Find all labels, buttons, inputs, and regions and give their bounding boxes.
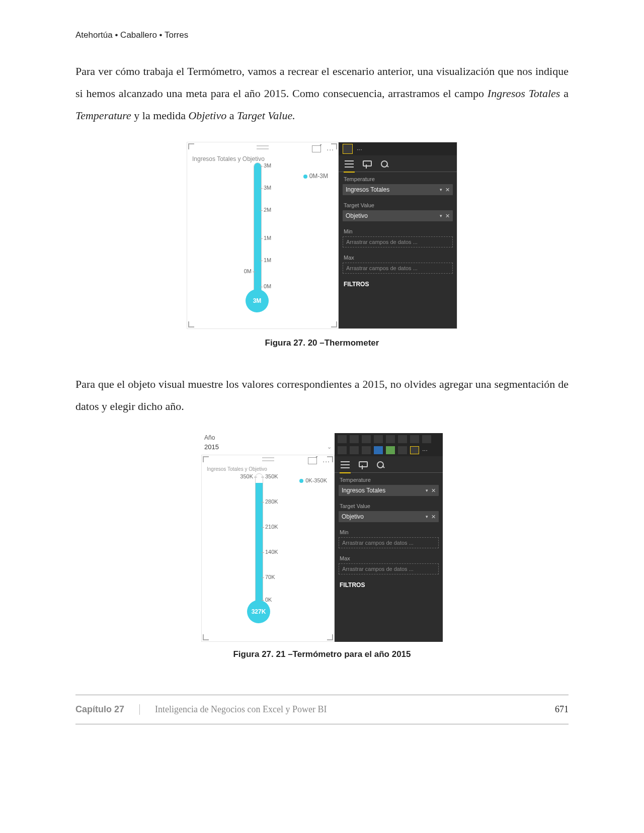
- viz-type-globe-icon[interactable]: [386, 446, 395, 454]
- focus-mode-icon[interactable]: [308, 457, 317, 464]
- footer-chapter: Capítulo 27: [75, 704, 140, 715]
- remove-field-icon[interactable]: ✕: [431, 514, 436, 520]
- viz-type-icon[interactable]: [398, 435, 407, 443]
- p1-italic1: Ingresos Totales: [488, 87, 560, 100]
- chart-title: Ingresos Totales y Objetivo: [207, 466, 267, 472]
- chevron-down-icon[interactable]: ▾: [426, 514, 428, 519]
- figure-2-caption: Figura 27. 21 –Termómetro para el año 20…: [75, 649, 569, 659]
- slicer-dropdown[interactable]: 2015 ⌄: [201, 442, 335, 454]
- thermometer-visual[interactable]: ··· Ingresos Totales y Objetivo 0M-3M 3M…: [187, 142, 339, 328]
- section-temperature: Temperature: [335, 473, 443, 485]
- more-options-icon[interactable]: ···: [327, 145, 334, 153]
- resize-handle-tl[interactable]: [188, 143, 194, 149]
- tick-r5: 0K: [265, 597, 272, 603]
- thermometer-track: [255, 473, 263, 605]
- section-max: Max: [339, 251, 457, 263]
- tick-r4: 70K: [265, 574, 275, 580]
- chevron-down-icon[interactable]: ▾: [440, 187, 442, 192]
- slicer-selected: 2015: [204, 443, 219, 451]
- tab-fields[interactable]: [340, 460, 351, 470]
- filters-header[interactable]: FILTROS: [339, 277, 457, 292]
- viz-type-icon[interactable]: [350, 435, 359, 443]
- visual-more-icon[interactable]: ···: [422, 446, 428, 454]
- figure-2: Año 2015 ⌄ ··· Ingresos Totales y Objeti…: [201, 433, 443, 642]
- section-temperature: Temperature: [339, 172, 457, 184]
- slicer-label: Año: [201, 433, 335, 442]
- viz-type-r-icon[interactable]: [374, 446, 383, 454]
- visual-more-icon[interactable]: ···: [357, 145, 362, 153]
- chart-title: Ingresos Totales y Objetivo: [192, 155, 265, 162]
- field-ingresos-totales[interactable]: Ingresos Totales ▾ ✕: [343, 184, 453, 195]
- tick-r0: 3M: [264, 162, 271, 169]
- tab-format[interactable]: [358, 460, 369, 470]
- figure-1: ··· Ingresos Totales y Objetivo 0M-3M 3M…: [187, 142, 457, 329]
- field-ingresos-totales[interactable]: Ingresos Totales ▾ ✕: [339, 485, 439, 496]
- tab-analytics[interactable]: [376, 460, 387, 470]
- page-footer: Capítulo 27 Inteligencia de Negocios con…: [75, 695, 569, 724]
- tab-analytics[interactable]: [380, 159, 391, 170]
- legend-text: 0K-350K: [305, 477, 327, 483]
- tick-r1: 3M: [264, 185, 271, 191]
- resize-handle-br[interactable]: [327, 634, 333, 640]
- chevron-down-icon[interactable]: ▾: [426, 488, 428, 493]
- fields-pane: ··· Temperature Ingresos Totales ▾ ✕ Tar…: [339, 142, 457, 328]
- paragraph-2: Para que el objeto visual muestre los va…: [75, 373, 569, 418]
- tab-fields[interactable]: [344, 159, 355, 170]
- footer-page-number: 671: [555, 704, 569, 715]
- tab-format[interactable]: [362, 159, 373, 170]
- viz-type-icon[interactable]: [362, 435, 371, 443]
- thermometer-fill: [256, 483, 263, 605]
- field-label: Objetivo: [342, 513, 426, 520]
- viz-type-icon[interactable]: [410, 435, 419, 443]
- viz-type-icon[interactable]: [338, 435, 347, 443]
- viz-type-icon[interactable]: [374, 435, 383, 443]
- remove-field-icon[interactable]: ✕: [445, 213, 450, 219]
- field-max-placeholder[interactable]: Arrastrar campos de datos ...: [339, 563, 439, 574]
- remove-field-icon[interactable]: ✕: [431, 487, 436, 494]
- viz-type-icon[interactable]: [422, 435, 431, 443]
- viz-type-icon[interactable]: [338, 446, 347, 454]
- chart-legend: 0K-350K: [299, 477, 327, 483]
- chart-legend: 0M-3M: [303, 173, 328, 180]
- viz-type-thermometer-icon[interactable]: [410, 446, 419, 454]
- focus-mode-icon[interactable]: [312, 145, 321, 152]
- more-options-icon[interactable]: ···: [323, 457, 330, 465]
- p1-italic4: Target Value.: [237, 109, 295, 122]
- field-objetivo[interactable]: Objetivo ▾ ✕: [343, 210, 453, 221]
- fields-pane: ··· Temperature Ingresos Totales ▾ ✕ Tar…: [335, 433, 443, 642]
- thermometer: 3M 0M 3M 3M 2M 1M 1M 0M: [248, 162, 268, 323]
- resize-handle-br[interactable]: [331, 321, 337, 327]
- chevron-down-icon[interactable]: ▾: [440, 213, 442, 218]
- resize-handle-tl[interactable]: [203, 456, 209, 462]
- viz-type-icon[interactable]: [350, 446, 359, 454]
- tick-left: 350K: [233, 473, 253, 479]
- field-objetivo[interactable]: Objetivo ▾ ✕: [339, 511, 439, 522]
- viz-type-icon[interactable]: [362, 446, 371, 454]
- drag-handle-icon[interactable]: [262, 457, 274, 461]
- chevron-down-icon[interactable]: ⌄: [327, 444, 332, 450]
- filters-header[interactable]: FILTROS: [335, 577, 443, 593]
- section-max: Max: [335, 551, 443, 563]
- tick-r3: 1M: [264, 235, 271, 241]
- field-min-placeholder[interactable]: Arrastrar campos de datos ...: [343, 236, 453, 247]
- thermometer-visual-2015[interactable]: ··· Ingresos Totales y Objetivo 0K-350K …: [201, 455, 335, 642]
- p1-text2: a: [560, 87, 569, 100]
- section-target: Target Value: [339, 198, 457, 210]
- footer-title: Inteligencia de Negocios con Excel y Pow…: [155, 704, 555, 715]
- resize-handle-bl[interactable]: [188, 321, 194, 327]
- legend-dot-icon: [303, 175, 307, 179]
- tick-r5: 0M: [264, 283, 271, 289]
- drag-handle-icon[interactable]: [257, 145, 269, 149]
- viz-type-icon[interactable]: [398, 446, 407, 454]
- field-max-placeholder[interactable]: Arrastrar campos de datos ...: [343, 263, 453, 274]
- p1-italic2: Temperature: [75, 109, 131, 122]
- selected-visual-icon[interactable]: [343, 144, 353, 154]
- thermometer-track: [254, 162, 262, 294]
- legend-text: 0M-3M: [309, 173, 328, 180]
- resize-handle-bl[interactable]: [203, 634, 209, 640]
- field-min-placeholder[interactable]: Arrastrar campos de datos ...: [339, 537, 439, 548]
- viz-type-icon[interactable]: [386, 435, 395, 443]
- field-label: Objetivo: [346, 212, 440, 219]
- p1-text3: y la medida: [131, 109, 189, 122]
- remove-field-icon[interactable]: ✕: [445, 187, 450, 193]
